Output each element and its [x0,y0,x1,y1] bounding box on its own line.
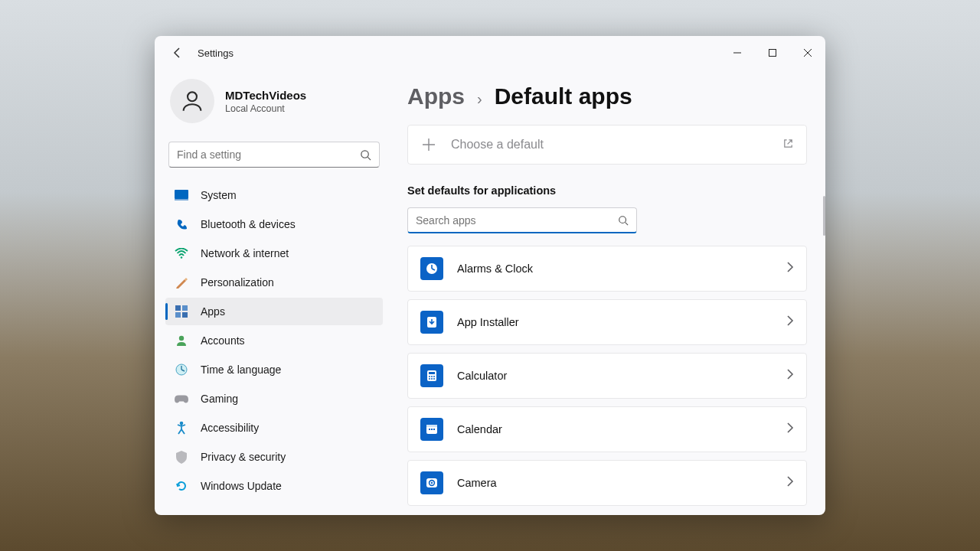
app-row-alarms-clock[interactable]: Alarms & Clock [407,246,807,292]
svg-point-2 [361,150,368,157]
sidebar-item-label: Bluetooth & devices [201,218,296,230]
svg-point-19 [431,376,433,377]
svg-point-13 [619,216,626,223]
sidebar-item-bluetooth-devices[interactable]: Bluetooth & devices [165,210,383,238]
app-list: Alarms & ClockApp InstallerCalculatorCal… [407,246,807,506]
svg-rect-28 [433,429,435,430]
window-title: Settings [198,47,234,59]
svg-rect-0 [769,50,776,57]
breadcrumb-parent[interactable]: Apps [407,83,465,109]
sidebar-item-accounts[interactable]: Accounts [165,327,383,354]
settings-search[interactable] [168,142,380,168]
sidebar-item-network-internet[interactable]: Network & internet [165,240,383,267]
app-label: Camera [457,477,497,489]
app-label: App Installer [457,316,519,328]
svg-point-1 [188,92,197,101]
titlebar: Settings [155,36,825,70]
app-row-calculator[interactable]: Calculator [407,353,807,399]
sidebar-nav: SystemBluetooth & devicesNetwork & inter… [165,181,383,500]
app-row-camera[interactable]: Camera [407,460,807,506]
minimize-button[interactable] [720,41,755,65]
nav-icon [175,188,188,202]
svg-rect-4 [175,199,188,201]
nav-icon [175,392,188,406]
svg-rect-3 [175,190,188,199]
sidebar-item-label: Network & internet [201,247,289,259]
svg-rect-27 [431,429,433,430]
arrow-left-icon [172,47,184,59]
sidebar-item-privacy-security[interactable]: Privacy & security [165,443,383,471]
app-tile-icon [420,471,443,494]
sidebar-item-windows-update[interactable]: Windows Update [165,472,383,500]
chevron-right-icon: › [477,90,482,108]
scrollbar[interactable] [823,196,825,236]
chevron-right-icon [786,422,794,436]
nav-icon [175,246,188,260]
back-button[interactable] [162,37,193,68]
app-label: Alarms & Clock [457,262,533,275]
sidebar-item-label: Personalization [201,276,274,289]
breadcrumb: Apps › Default apps [407,83,807,109]
user-name: MDTechVideos [225,89,306,102]
window-controls [720,41,825,65]
sidebar-item-gaming[interactable]: Gaming [165,385,383,412]
sidebar-item-label: Accounts [201,334,245,347]
sidebar-item-label: Accessibility [201,422,259,434]
sidebar-item-system[interactable]: System [165,181,383,209]
svg-point-22 [431,378,433,380]
open-external-icon [782,138,794,152]
search-icon [360,149,371,161]
svg-point-21 [429,378,430,380]
sidebar-item-personalization[interactable]: Personalization [165,269,383,296]
settings-search-input[interactable] [177,148,360,161]
app-search[interactable] [407,207,637,233]
nav-icon [175,363,188,377]
app-row-app-installer[interactable]: App Installer [407,299,807,345]
svg-point-31 [431,482,433,484]
nav-icon [175,276,188,289]
search-icon [618,215,629,226]
chevron-right-icon [786,369,794,383]
svg-rect-6 [175,305,181,311]
app-tile-icon [420,418,443,441]
section-heading: Set defaults for applications [407,184,807,197]
user-block[interactable]: MDTechVideos Local Account [165,70,383,139]
sidebar-item-label: Gaming [201,393,238,405]
chevron-right-icon [786,476,794,490]
chevron-right-icon [786,262,794,276]
svg-rect-7 [182,305,188,311]
sidebar-item-label: Apps [201,305,225,318]
choose-default-label: Choose a default [451,138,544,152]
app-label: Calendar [457,423,502,435]
nav-icon [175,479,188,493]
sidebar-item-label: System [201,189,237,201]
svg-point-23 [433,378,435,380]
app-row-calendar[interactable]: Calendar [407,406,807,452]
sidebar-item-accessibility[interactable]: Accessibility [165,414,383,442]
svg-point-20 [433,376,435,377]
app-tile-icon [420,364,443,387]
sidebar-item-label: Privacy & security [201,451,286,463]
app-label: Calculator [457,370,507,382]
sidebar-item-apps[interactable]: Apps [165,298,383,325]
svg-rect-17 [429,372,435,374]
settings-window: Settings MDTechVideos Local Account [155,36,825,515]
sidebar-item-time-language[interactable]: Time & language [165,356,383,383]
close-button[interactable] [790,41,825,65]
app-tile-icon [420,311,443,334]
nav-icon [175,305,188,318]
plus-icon [420,136,437,153]
person-icon [179,88,205,114]
nav-icon [175,217,188,231]
svg-rect-25 [426,425,437,427]
maximize-button[interactable] [755,41,790,65]
svg-point-10 [179,336,184,341]
nav-icon [175,334,188,347]
svg-rect-9 [182,312,188,318]
content-area: Apps › Default apps Choose a default Set… [394,70,825,515]
app-tile-icon [420,257,443,280]
choose-default-card[interactable]: Choose a default [407,125,807,165]
sidebar-item-label: Time & language [201,364,281,376]
app-search-input[interactable] [416,214,618,227]
svg-rect-8 [175,312,181,318]
